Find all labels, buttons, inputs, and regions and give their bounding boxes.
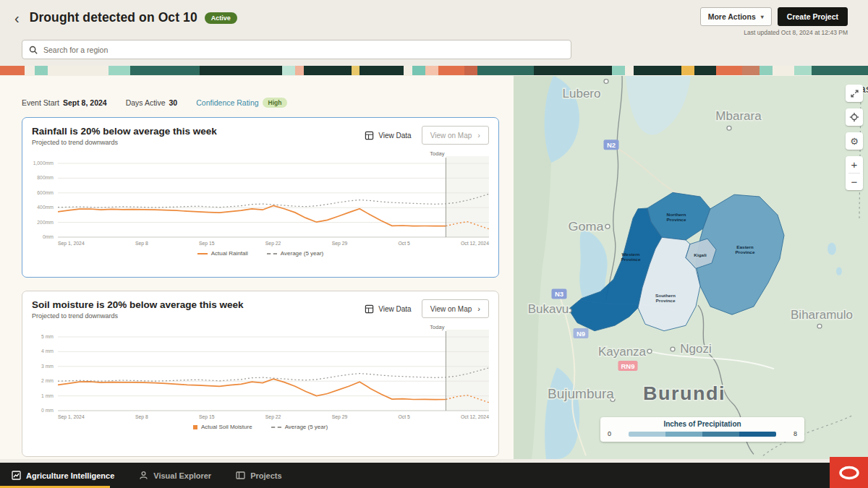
view-on-map-button[interactable]: View on Map ›	[422, 126, 489, 145]
search-input[interactable]	[43, 46, 564, 54]
small-lake	[827, 243, 836, 255]
y-tick-label: 2 mm	[41, 378, 54, 383]
chart-plot: Today	[58, 327, 489, 412]
map-viewport[interactable]: WesternProvinceNorthernProvinceEasternPr…	[514, 76, 868, 459]
x-tick-label: Sep 1, 2024	[58, 241, 85, 246]
today-label: Today	[430, 324, 444, 330]
x-tick-label: Sep 15	[199, 414, 215, 419]
nav-item-agriculture-intelligence[interactable]: Agriculture Intelligence	[12, 471, 114, 480]
y-axis-labels: 5 mm4 mm3 mm2 mm1 mm0 mm	[32, 327, 58, 412]
province-label-eastern: EasternProvince	[736, 244, 756, 254]
view-data-label: View Data	[378, 132, 411, 140]
rainfall-card: Rainfall is 20% below average this week …	[22, 117, 499, 278]
locate-icon	[849, 112, 859, 122]
chart-legend: Actual RainfallAverage (5 year)	[32, 250, 489, 257]
gear-icon: ⚙	[850, 136, 859, 147]
legend-item: Actual Rainfall	[197, 250, 248, 257]
map-label-ngozi: Ngozi	[680, 342, 711, 354]
x-axis-labels: Sep 1, 2024Sep 8Sep 15Sep 22Sep 29Oct 5O…	[58, 239, 489, 246]
map-settings-button[interactable]: ⚙	[846, 132, 863, 150]
precipitation-max: 8	[793, 430, 797, 437]
card-subtitle: Projected to trend downwards	[32, 312, 244, 320]
card-title: Soil moisture is 20% below average this …	[32, 299, 244, 310]
legend-swatch	[267, 253, 277, 254]
map-label-bukavu: Bukavu	[528, 303, 569, 315]
x-tick-label: Oct 5	[398, 414, 409, 419]
event-start-label: Event Start	[22, 98, 59, 107]
city-marker	[647, 349, 652, 354]
confidence-rating-label[interactable]: Confidence Rating	[196, 98, 258, 107]
chevron-right-icon: ›	[477, 131, 480, 140]
city-marker	[605, 224, 610, 228]
city-marker	[671, 347, 675, 351]
legend-swatch	[271, 427, 281, 428]
bottom-nav-items: Agriculture IntelligenceVisual ExplorerP…	[12, 471, 282, 480]
locate-button[interactable]	[846, 108, 863, 126]
create-project-button[interactable]: Create Project	[778, 7, 848, 26]
view-on-map-button[interactable]: View on Map ›	[422, 299, 489, 318]
decorative-banner	[0, 66, 868, 76]
expand-map-button[interactable]	[846, 85, 863, 102]
city-marker	[817, 324, 822, 328]
event-start-value: Sept 8, 2024	[63, 98, 107, 107]
series-actual-soil-moisture	[58, 379, 446, 400]
legend-label: Actual Rainfall	[211, 250, 248, 257]
chart-icon	[12, 471, 21, 480]
line-chart	[58, 327, 489, 412]
zoom-out-button[interactable]: −	[846, 174, 863, 190]
map-label-kayanza: Kayanza	[598, 346, 647, 358]
map-controls: ⚙ + −	[846, 85, 863, 190]
y-axis-labels: 1,000mm800mm600mm400mm200mm0mm	[32, 153, 58, 239]
x-axis-labels: Sep 1, 2024Sep 8Sep 15Sep 22Sep 29Oct 5O…	[58, 412, 489, 419]
zoom-in-button[interactable]: +	[846, 156, 863, 173]
legend-item: Average (5 year)	[271, 424, 328, 430]
precipitation-legend: Inches of Precipitation 0 8	[600, 417, 804, 442]
more-actions-button[interactable]: More Actions ▾	[700, 7, 772, 26]
legend-item: Average (5 year)	[267, 250, 323, 257]
city-marker	[727, 126, 731, 130]
precip-gradient	[629, 432, 776, 437]
y-tick-label: 0mm	[43, 234, 54, 239]
small-lake	[836, 267, 842, 275]
map-label-biharamulo: Biharamulo	[791, 308, 853, 320]
legend-label: Average (5 year)	[281, 250, 323, 257]
gradient-segment	[702, 432, 739, 437]
oracle-o-icon	[838, 465, 861, 481]
person-icon	[139, 471, 148, 480]
view-data-button[interactable]: View Data	[365, 304, 411, 314]
map-svg: WesternProvinceNorthernProvinceEasternPr…	[514, 76, 868, 459]
gradient-segment	[739, 432, 776, 437]
table-icon	[365, 304, 374, 314]
x-tick-label: Oct 12, 2024	[461, 414, 489, 419]
map-label-lubero: Lubero	[563, 87, 601, 100]
zoom-control: + −	[846, 156, 863, 190]
confidence-rating-badge: High	[263, 98, 288, 108]
table-icon	[365, 131, 374, 140]
city-marker	[604, 80, 608, 84]
decorative-stripe	[0, 66, 868, 75]
top-header: ‹ Drought detected on Oct 10 Active More…	[0, 0, 868, 38]
nav-item-projects[interactable]: Projects	[236, 471, 281, 480]
card-subtitle: Projected to trend downwards	[32, 139, 217, 146]
days-active-label: Days Active	[126, 98, 166, 107]
today-label: Today	[430, 150, 444, 157]
map-label-burundi: Burundi	[643, 383, 726, 404]
x-tick-label: Sep 8	[135, 414, 148, 419]
chart-legend: Actual Soil MoistureAverage (5 year)	[32, 424, 489, 430]
road-badge-label: N9	[576, 330, 585, 338]
back-button[interactable]: ‹	[12, 11, 22, 25]
view-data-button[interactable]: View Data	[365, 131, 411, 140]
card-title: Rainfall is 20% below average this week	[32, 126, 217, 137]
legend-swatch	[197, 253, 208, 254]
series-actual-rainfall	[58, 205, 446, 226]
caret-down-icon: ▾	[761, 14, 764, 20]
soil-moisture-card: Soil moisture is 20% below average this …	[22, 291, 499, 457]
event-info-row: Event Start Sept 8, 2024 Days Active 30 …	[22, 98, 499, 108]
x-tick-label: Oct 5	[398, 241, 409, 246]
province-label-kigali: Kigali	[694, 252, 707, 257]
province-label-southern: SouthernProvince	[655, 293, 676, 303]
nav-item-visual-explorer[interactable]: Visual Explorer	[139, 471, 211, 480]
y-tick-label: 0 mm	[41, 408, 54, 413]
road-badge-label: RN9	[621, 363, 634, 370]
x-tick-label: Sep 1, 2024	[58, 414, 85, 419]
